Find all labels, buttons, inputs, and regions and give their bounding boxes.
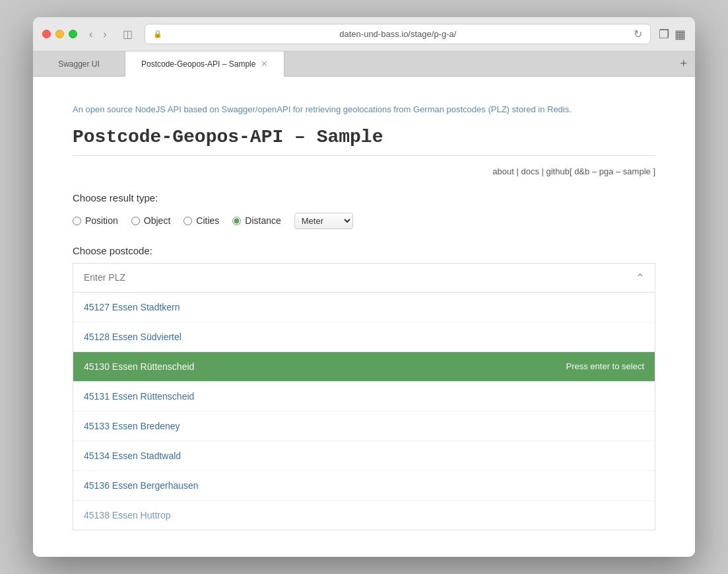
dropdown-item-hint: Press enter to select bbox=[566, 361, 645, 371]
radio-position[interactable]: Position bbox=[73, 215, 118, 226]
intro-text: An open source NodeJS API based on Swagg… bbox=[73, 103, 655, 116]
traffic-lights bbox=[42, 30, 77, 38]
tab-close-icon[interactable]: ✕ bbox=[261, 59, 268, 69]
radio-cities[interactable]: Cities bbox=[183, 215, 219, 226]
dropdown-item[interactable]: 45134 Essen Stadtwald bbox=[73, 441, 655, 471]
postcode-input[interactable] bbox=[84, 272, 624, 283]
dropdown-item[interactable]: 45133 Essen Bredeney bbox=[73, 412, 655, 441]
radio-cities-input[interactable] bbox=[183, 217, 192, 225]
page-title: Postcode-Geopos-API – Sample bbox=[73, 127, 655, 147]
choose-result-type-label: Choose result type: bbox=[73, 192, 655, 203]
tab-postcode-api[interactable]: Postcode-Geopos-API – Sample ✕ bbox=[125, 52, 284, 77]
minimize-button[interactable] bbox=[55, 30, 64, 38]
chevron-up-icon[interactable]: ⌃ bbox=[636, 271, 644, 284]
dropdown-item-label: 45133 Essen Bredeney bbox=[84, 421, 180, 431]
new-window-button[interactable]: ▦ bbox=[675, 27, 686, 42]
nav-buttons: ‹ › bbox=[85, 27, 111, 42]
share-button[interactable]: ❐ bbox=[659, 27, 669, 42]
tab-postcode-api-label: Postcode-Geopos-API – Sample bbox=[141, 59, 255, 69]
sidebar-button[interactable]: ◫ bbox=[119, 26, 137, 42]
dropdown-item-label: 45134 Essen Stadtwald bbox=[84, 450, 181, 461]
postcode-input-wrapper[interactable]: ⌃ bbox=[73, 263, 655, 292]
forward-button[interactable]: › bbox=[99, 27, 110, 42]
choose-postcode-label: Choose postcode: bbox=[73, 245, 655, 256]
dropdown-item[interactable]: 45138 Essen Huttrop bbox=[73, 501, 655, 530]
address-text: daten-und-bass.io/stage/p-g-a/ bbox=[166, 29, 630, 39]
tab-swagger-ui-label: Swagger UI bbox=[58, 59, 100, 69]
divider bbox=[73, 155, 655, 156]
close-button[interactable] bbox=[42, 30, 51, 38]
radio-position-label: Position bbox=[85, 215, 118, 226]
postcode-dropdown: ⌃ 45127 Essen Stadtkern45128 Essen Südvi… bbox=[73, 263, 655, 530]
radio-position-input[interactable] bbox=[73, 217, 81, 225]
tab-swagger-ui[interactable]: Swagger UI bbox=[33, 52, 125, 76]
radio-distance-input[interactable] bbox=[232, 217, 241, 225]
maximize-button[interactable] bbox=[69, 30, 77, 38]
new-tab-button[interactable]: + bbox=[672, 52, 695, 76]
toolbar-actions: ❐ ▦ bbox=[659, 27, 686, 42]
reload-button[interactable]: ↻ bbox=[634, 28, 642, 40]
dropdown-item-label: 45136 Essen Bergerhausen bbox=[84, 480, 199, 491]
postcode-dropdown-list: 45127 Essen Stadtkern45128 Essen Südvier… bbox=[73, 292, 655, 530]
tabs-bar: Swagger UI Postcode-Geopos-API – Sample … bbox=[33, 52, 695, 77]
radio-distance-label: Distance bbox=[245, 215, 281, 226]
back-button[interactable]: ‹ bbox=[85, 27, 96, 42]
title-bar: ‹ › ◫ 🔒 daten-und-bass.io/stage/p-g-a/ ↻… bbox=[33, 17, 695, 52]
radio-object[interactable]: Object bbox=[131, 215, 170, 226]
dropdown-item-label: 45130 Essen Rüttenscheid bbox=[84, 361, 194, 372]
address-bar[interactable]: 🔒 daten-und-bass.io/stage/p-g-a/ ↻ bbox=[145, 24, 651, 44]
dropdown-item-label: 45131 Essen Rüttenscheid bbox=[84, 391, 194, 402]
browser-window: ‹ › ◫ 🔒 daten-und-bass.io/stage/p-g-a/ ↻… bbox=[33, 17, 695, 557]
distance-unit-select[interactable]: Meter Kilometer Miles bbox=[294, 213, 353, 229]
radio-distance[interactable]: Distance bbox=[232, 215, 281, 226]
dropdown-item[interactable]: 45127 Essen Stadtkern bbox=[73, 293, 655, 322]
dropdown-item[interactable]: 45136 Essen Bergerhausen bbox=[73, 471, 655, 501]
radio-cities-label: Cities bbox=[196, 215, 219, 226]
lock-icon: 🔒 bbox=[153, 30, 162, 38]
radio-object-label: Object bbox=[144, 215, 170, 226]
radio-object-input[interactable] bbox=[131, 217, 140, 225]
dropdown-item[interactable]: 45128 Essen Südviertel bbox=[73, 322, 655, 352]
result-type-row: Position Object Cities Distance Meter Ki… bbox=[73, 213, 655, 229]
dropdown-item-label: 45138 Essen Huttrop bbox=[84, 510, 171, 520]
dropdown-item[interactable]: 45131 Essen Rüttenscheid bbox=[73, 382, 655, 412]
dropdown-item-label: 45128 Essen Südviertel bbox=[84, 332, 182, 342]
dropdown-item-label: 45127 Essen Stadtkern bbox=[84, 302, 180, 312]
page-content: An open source NodeJS API based on Swagg… bbox=[33, 77, 695, 557]
dropdown-item[interactable]: 45130 Essen RüttenscheidPress enter to s… bbox=[73, 352, 655, 382]
nav-links: about | docs | github[ d&b – pga – sampl… bbox=[73, 166, 655, 176]
